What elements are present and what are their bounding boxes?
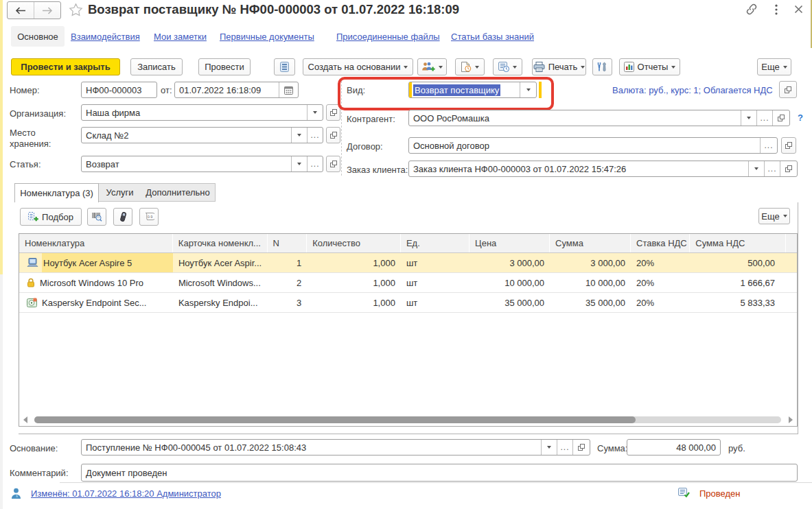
contractor-field[interactable]: ООО РосРомашка ... <box>408 110 790 126</box>
cell--fill[interactable] <box>786 273 797 292</box>
more-actions-button[interactable]: Еще <box>757 58 791 75</box>
nav-link-interactions[interactable]: Взаимодействия <box>71 32 140 42</box>
cell-name[interactable]: Ноутбук Acer Aspire 5 <box>19 253 173 272</box>
cell-card[interactable]: Ноутбук Acer Aspir... <box>173 253 268 272</box>
date-field[interactable]: 01.07.2022 16:18:09 <box>174 82 299 98</box>
post-and-close-button[interactable]: Провести и закрыть <box>11 58 120 75</box>
contractor-list-button[interactable]: ... <box>756 110 772 126</box>
column-header-name[interactable]: Номенклатура <box>19 234 173 252</box>
cell-n[interactable]: 3 <box>268 293 308 312</box>
column-header-card[interactable]: Карточка номенкл... <box>173 234 268 252</box>
cell-name[interactable]: Kaspersky Endpoint Sec... <box>19 293 173 312</box>
cell-price[interactable]: 10 000,00 <box>469 273 550 292</box>
cell-vat-rate[interactable]: 20% <box>631 293 690 312</box>
scroll-right-arrow[interactable] <box>789 416 793 423</box>
nav-link-my-notes[interactable]: Мои заметки <box>154 32 207 42</box>
cell-unit[interactable]: шт <box>401 253 469 272</box>
base-field[interactable]: Поступление № НФ00-000045 от 01.07.2022 … <box>81 439 590 455</box>
document-tasks-button[interactable] <box>455 58 485 75</box>
cell-price[interactable]: 35 000,00 <box>469 293 550 312</box>
reminders-button[interactable] <box>493 58 522 75</box>
cell--fill[interactable] <box>786 253 797 272</box>
close-icon[interactable] <box>794 5 803 16</box>
barcode-scanner-button[interactable] <box>113 208 132 226</box>
cell-vat-rate[interactable]: 20% <box>631 253 690 272</box>
price-checker-button[interactable]: 0-9 <box>139 208 159 226</box>
column-header-n[interactable]: N <box>268 234 308 252</box>
article-dropdown-button[interactable] <box>291 156 307 171</box>
tab-nomenclature[interactable]: Номенклатура (3) <box>14 183 99 202</box>
base-dropdown-button[interactable] <box>541 440 557 455</box>
create-based-on-button[interactable]: Создать на основании <box>303 58 413 75</box>
warehouse-list-button[interactable]: ... <box>307 128 323 143</box>
sum-field[interactable]: 48 000,00 <box>627 439 721 455</box>
cell-qty[interactable]: 1,000 <box>307 293 401 312</box>
column-header-vat-rate[interactable]: Ставка НДС <box>631 234 690 252</box>
cell--fill[interactable] <box>786 293 797 312</box>
column-header-sum[interactable]: Сумма <box>550 234 631 252</box>
cell-unit[interactable]: шт <box>401 293 469 312</box>
contractor-dropdown-button[interactable] <box>741 110 756 126</box>
cell-price[interactable]: 3 000,00 <box>469 253 550 272</box>
table-row[interactable]: Microsoft Windows 10 ProMicrosoft Window… <box>19 273 797 293</box>
cell-sum[interactable]: 10 000,00 <box>550 273 631 292</box>
cell-card[interactable]: Kaspersky Endpoi... <box>173 293 268 312</box>
scroll-left-arrow[interactable] <box>23 416 27 423</box>
table-row[interactable]: Kaspersky Endpoint Sec...Kaspersky Endpo… <box>19 293 797 313</box>
pick-button[interactable]: Подбор <box>20 208 82 226</box>
contact-actions-button[interactable] <box>417 58 447 75</box>
cell-name[interactable]: Microsoft Windows 10 Pro <box>19 273 173 292</box>
cell-unit[interactable]: шт <box>401 273 469 292</box>
currency-info-link[interactable]: Валюта: руб., курс: 1; Облагается НДС <box>612 85 773 95</box>
customer-order-dropdown-button[interactable] <box>748 161 764 176</box>
cell-n[interactable]: 2 <box>268 273 308 292</box>
register-records-button[interactable] <box>274 58 295 75</box>
table-more-button[interactable]: Еще <box>758 208 790 224</box>
cell-card[interactable]: Microsoft Windows... <box>173 273 268 292</box>
article-open-button[interactable] <box>326 156 340 172</box>
cell-vat-sum[interactable]: 5 833,33 <box>690 293 786 312</box>
cell-qty[interactable]: 1,000 <box>307 273 401 292</box>
base-list-button[interactable]: ... <box>557 440 572 455</box>
more-menu-dots-icon[interactable] <box>774 4 778 17</box>
contract-list-button[interactable]: ... <box>760 138 777 153</box>
column-header-unit[interactable]: Ед. <box>401 234 469 252</box>
contractor-help-link[interactable]: ? <box>798 113 803 123</box>
comment-field[interactable]: Документ проведен <box>81 464 798 482</box>
article-field[interactable]: Возврат ... <box>81 156 323 172</box>
forward-button[interactable] <box>34 2 60 19</box>
print-button[interactable]: Печать <box>532 58 586 75</box>
number-field[interactable]: НФ00-000003 <box>81 82 157 98</box>
cell-vat-rate[interactable]: 20% <box>631 273 690 292</box>
column-header-price[interactable]: Цена <box>469 234 550 252</box>
contract-field[interactable]: Основной договор ... <box>408 137 778 154</box>
change-form-button[interactable] <box>592 58 612 75</box>
contractor-open-button[interactable] <box>772 110 789 126</box>
reports-button[interactable]: Отчеты <box>619 58 680 75</box>
customer-order-open-button[interactable] <box>780 161 797 176</box>
save-button[interactable]: Записать <box>130 58 183 75</box>
get-link-icon[interactable] <box>745 3 758 17</box>
nav-link-attached-files[interactable]: Присоединенные файлы <box>336 32 440 42</box>
table-row[interactable]: Ноутбук Acer Aspire 5Ноутбук Acer Aspir.… <box>19 253 797 273</box>
calendar-button[interactable] <box>279 82 298 97</box>
nav-link-primary-docs[interactable]: Первичные документы <box>220 32 314 42</box>
column-header-vat-sum[interactable]: Сумма НДС <box>690 234 786 252</box>
organization-field[interactable]: Наша фирма <box>81 104 323 121</box>
scroll-thumb[interactable] <box>34 416 636 423</box>
back-button[interactable] <box>8 2 34 19</box>
cell-vat-sum[interactable]: 1 666,67 <box>690 273 786 292</box>
cell-vat-sum[interactable]: 500,00 <box>690 253 786 272</box>
warehouse-dropdown-button[interactable] <box>291 128 307 143</box>
tab-additional[interactable]: Дополнительно <box>141 183 216 202</box>
contract-open-button[interactable] <box>781 137 796 154</box>
cell-sum[interactable]: 3 000,00 <box>550 253 631 272</box>
column-header--fill[interactable] <box>786 234 797 252</box>
warehouse-open-button[interactable] <box>326 127 340 143</box>
tab-main[interactable]: Основное <box>11 26 65 47</box>
table-hscrollbar[interactable] <box>23 416 793 424</box>
base-open-button[interactable] <box>572 440 590 455</box>
currency-open-button[interactable] <box>779 81 797 98</box>
cell-n[interactable]: 1 <box>268 253 308 272</box>
customer-order-field[interactable]: Заказ клиента НФ00-000003 от 01.07.2022 … <box>408 161 798 177</box>
